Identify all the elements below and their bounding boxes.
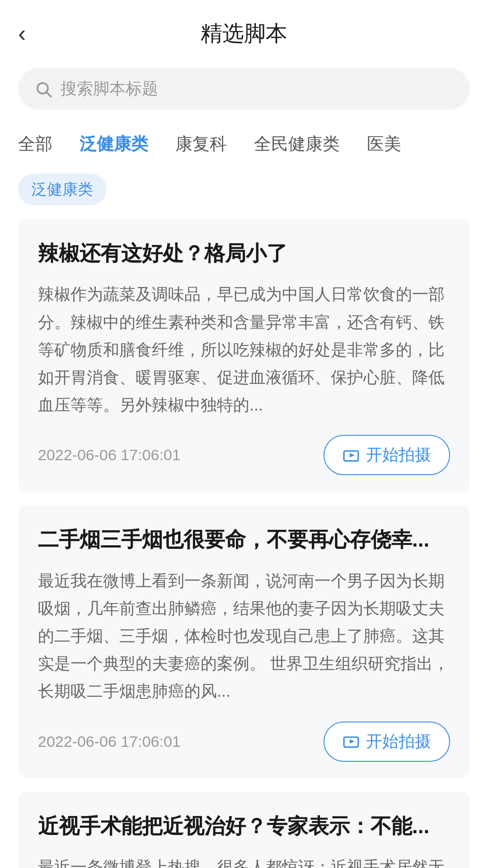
svg-marker-5: [350, 739, 355, 744]
article-title: 近视手术能把近视治好？专家表示：不能...: [38, 811, 450, 840]
start-shoot-button[interactable]: 开始拍摄: [324, 722, 450, 762]
search-icon: [34, 80, 52, 98]
sub-category-badge[interactable]: 泛健康类: [18, 174, 107, 205]
back-button[interactable]: ‹: [18, 22, 26, 45]
article-card: 辣椒还有这好处？格局小了 辣椒作为蔬菜及调味品，早已成为中国人日常饮食的一部分。…: [18, 219, 470, 491]
start-shoot-button[interactable]: 开始拍摄: [324, 435, 450, 475]
article-title: 二手烟三手烟也很要命，不要再心存侥幸...: [38, 525, 450, 554]
sub-category-section: 泛健康类: [0, 163, 488, 214]
article-date: 2022-06-06 17:06:01: [38, 733, 181, 750]
article-title: 辣椒还有这好处？格局小了: [38, 239, 450, 268]
search-section: 搜索脚本标题: [0, 54, 488, 119]
start-shoot-label: 开始拍摄: [366, 444, 431, 466]
camera-icon: [343, 733, 360, 750]
camera-icon: [343, 447, 360, 464]
tab-public-health[interactable]: 全民健康类: [254, 132, 340, 158]
article-card: 二手烟三手烟也很要命，不要再心存侥幸... 最近我在微博上看到一条新闻，说河南一…: [18, 505, 470, 778]
article-footer: 2022-06-06 17:06:01 开始拍摄: [38, 722, 450, 762]
article-summary: 最近一条微博登上热搜，很多人都惊讶：近视手术居然无法治愈近视？那激光手术是怎么回…: [38, 853, 450, 868]
article-summary: 最近我在微博上看到一条新闻，说河南一个男子因为长期吸烟，几年前查出肺鳞癌，结果他…: [38, 567, 450, 705]
tab-all[interactable]: 全部: [18, 132, 52, 158]
tab-medical-beauty[interactable]: 医美: [367, 132, 401, 158]
svg-line-1: [47, 92, 51, 96]
tab-rehab[interactable]: 康复科: [175, 132, 227, 158]
tab-general-health[interactable]: 泛健康类: [80, 132, 148, 158]
article-list: 辣椒还有这好处？格局小了 辣椒作为蔬菜及调味品，早已成为中国人日常饮食的一部分。…: [0, 214, 488, 868]
article-date: 2022-06-06 17:06:01: [38, 446, 181, 464]
page-title: 精选脚本: [201, 19, 287, 48]
category-tab-bar: 全部 泛健康类 康复科 全民健康类 医美: [0, 119, 488, 163]
article-footer: 2022-06-06 17:06:01 开始拍摄: [38, 435, 450, 475]
svg-marker-3: [350, 453, 355, 458]
page-header: ‹ 精选脚本: [0, 0, 488, 54]
search-input-box[interactable]: 搜索脚本标题: [18, 68, 470, 110]
start-shoot-label: 开始拍摄: [366, 731, 431, 753]
search-placeholder-text: 搜索脚本标题: [61, 78, 158, 100]
article-summary: 辣椒作为蔬菜及调味品，早已成为中国人日常饮食的一部分。辣椒中的维生素种类和含量异…: [38, 280, 450, 419]
article-card: 近视手术能把近视治好？专家表示：不能... 最近一条微博登上热搜，很多人都惊讶：…: [18, 792, 470, 868]
